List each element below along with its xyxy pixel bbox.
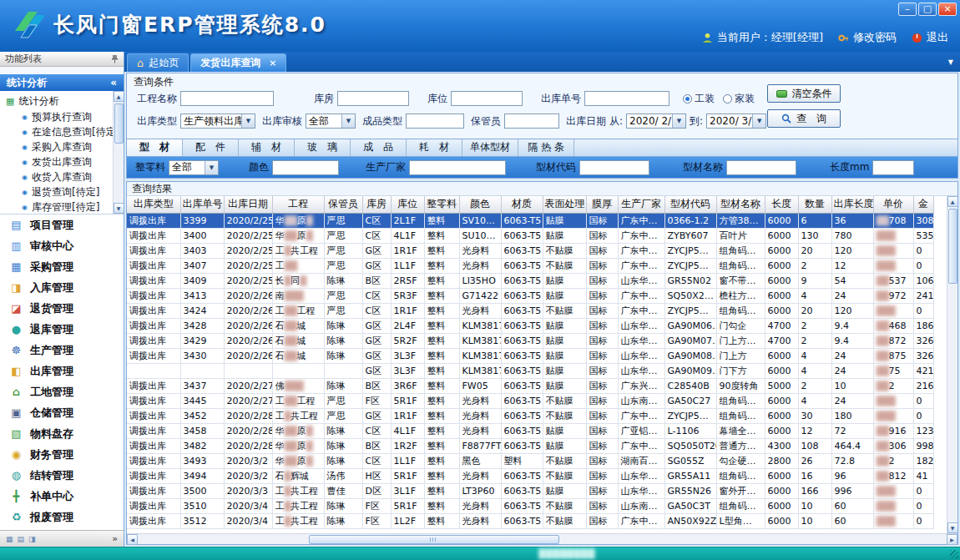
sidebar-menu-item[interactable]: ◍结转管理 (0, 465, 124, 486)
maximize-button[interactable]: ▢ (918, 3, 937, 16)
column-header[interactable]: 长度 (765, 196, 798, 213)
table-row[interactable]: 调拨出库34822020/2/28华▓▓原▓陈琳B区1R2F整料F8877FT6… (127, 438, 933, 453)
table-row[interactable]: 调拨出库34942020/3/2石▓辉城汤伟H区5R1F整料光身料6063-T5… (127, 468, 933, 483)
tree-item[interactable]: ◉采购入库查询 (0, 139, 124, 154)
pin-icon[interactable] (111, 54, 119, 63)
scroll-down-icon[interactable]: ▼ (114, 203, 124, 214)
column-header[interactable]: 出库日期 (224, 196, 272, 213)
scroll-right-icon[interactable]: ▶ (947, 534, 957, 545)
material-tab[interactable]: 配 件 (183, 139, 239, 156)
tree-scroll-thumb[interactable] (114, 103, 124, 144)
material-tab[interactable]: 隔 热 条 (518, 139, 574, 156)
length-input[interactable] (872, 160, 914, 175)
footer-icon[interactable]: ▤ (18, 535, 25, 543)
vscroll-thumb[interactable] (948, 209, 957, 284)
close-button[interactable]: × (938, 3, 957, 16)
table-row[interactable]: 调拨出库33992020/2/25华▓▓原▓严思C区2L1F整料SV10…606… (127, 213, 933, 228)
date-to-picker[interactable]: 2020/ 3/16▼ (706, 114, 766, 129)
sidebar-menu-item[interactable]: ◪退货管理 (0, 298, 124, 319)
column-header[interactable]: 颜色 (459, 196, 501, 213)
column-header[interactable]: 型材名称 (716, 196, 765, 213)
keeper-input[interactable] (504, 114, 559, 129)
table-row[interactable]: 调拨出库34242020/2/26工▓▓工程严思C区1R1F整料光身料6063-… (127, 303, 933, 318)
footer-more-icon[interactable]: » (112, 533, 118, 544)
tree-item[interactable]: ◉发货出库查询 (0, 154, 124, 169)
change-password-link[interactable]: 修改密码 (838, 30, 897, 45)
location-input[interactable] (451, 91, 523, 106)
material-tab[interactable]: 型 材 (127, 139, 183, 156)
outbound-order-input[interactable] (584, 91, 669, 106)
table-vertical-scrollbar[interactable]: ▲ ▼ (947, 196, 957, 533)
scroll-up-icon[interactable]: ▲ (947, 196, 958, 207)
sidebar-menu-item[interactable]: ⌂工地管理 (0, 381, 124, 402)
table-row[interactable]: 调拨出库35102020/3/4工▓共工程陈琳F区5R1F整料光身料6063-T… (127, 498, 933, 513)
table-row[interactable]: 调拨出库34302020/2/26石▓▓城陈琳G区3L3F整料KLM381760… (127, 348, 933, 363)
sidebar-menu-item[interactable]: ▤项目管理 (0, 214, 124, 235)
column-header[interactable]: 材质 (501, 196, 543, 213)
table-row[interactable]: 调拨出库34072020/2/25工▓▓严思G区1L1F整料光身料6063-T5… (127, 258, 933, 273)
material-tab[interactable]: 成 品 (351, 139, 407, 156)
color-input[interactable] (272, 160, 339, 175)
radio-jiazhuang[interactable] (723, 94, 732, 103)
tree-item[interactable]: ◉在途信息查询[待定] (0, 124, 124, 139)
collapse-icon[interactable]: « (110, 77, 117, 88)
tree-item[interactable]: ◉退货查询[待定] (0, 184, 124, 199)
table-row[interactable]: 调拨出库34032020/2/25工▓共工程严思G区1R1F整料光身料6063-… (127, 243, 933, 258)
table-row[interactable]: G区3L3F整料KLM38176063-T5贴膜国标山东华…GA90M09…门下… (127, 363, 933, 378)
column-header[interactable]: 工程 (272, 196, 324, 213)
table-row[interactable]: 调拨出库34582020/2/28华▓▓原▓陈琳C区4L1F整料光身料6063-… (127, 423, 933, 438)
column-header[interactable]: 单价 (873, 196, 913, 213)
column-header[interactable]: 生产厂家 (618, 196, 664, 213)
warehouse-input[interactable] (337, 91, 409, 106)
tree-root[interactable]: ▦ 统计分析 (0, 93, 124, 109)
table-horizontal-scrollbar[interactable]: ◀ ▶ (127, 533, 957, 544)
sidebar-menu-item[interactable]: ▣仓储管理 (0, 402, 124, 423)
radio-gongzhuang[interactable] (683, 94, 692, 103)
project-name-input[interactable] (180, 91, 274, 106)
audit-select[interactable]: 全部▼ (306, 114, 356, 129)
tab-list-dropdown-icon[interactable]: ▼ (948, 58, 953, 66)
sidebar-menu-item[interactable]: ▥审核中心 (0, 235, 124, 256)
product-type-input[interactable] (406, 114, 464, 129)
column-header[interactable]: 出库单号 (180, 196, 224, 213)
hscroll-thumb[interactable] (309, 535, 559, 544)
table-row[interactable]: 调拨出库34522020/2/28工▓共工程严思G区1R1F整料光身料6063-… (127, 408, 933, 423)
column-header[interactable]: 膜厚 (586, 196, 618, 213)
search-button[interactable]: 查 询 (767, 109, 841, 128)
column-header[interactable]: 整零料 (424, 196, 459, 213)
material-tab[interactable]: 单体型材 (462, 139, 518, 156)
stats-section-header[interactable]: 统计分析 « (0, 74, 124, 91)
sidebar-menu-item[interactable]: ●退库管理 (0, 319, 124, 340)
profile-name-input[interactable] (726, 160, 796, 175)
column-header[interactable]: 出库长度 (831, 196, 873, 213)
table-row[interactable]: 调拨出库34282020/2/26石▓▓城陈琳G区2L4F整料KLM381760… (127, 318, 933, 333)
tree-scrollbar[interactable]: ▲ ▼ (113, 91, 124, 214)
column-header[interactable]: 金 (913, 196, 933, 213)
sidebar-menu-item[interactable]: ☸生产管理 (0, 340, 124, 361)
table-row[interactable]: 调拨出库35002020/3/3工▓共工程曹佳D区3L1F整料LT3P60606… (127, 483, 933, 498)
table-row[interactable]: 调拨出库34002020/2/25华▓▓原▓严思C区4L1F整料SU10…606… (127, 228, 933, 243)
profile-code-input[interactable] (579, 160, 649, 175)
table-row[interactable]: 调拨出库34372020/2/27佛▓▓▓陈琳B区3R6F整料FW056063-… (127, 378, 933, 393)
sidebar-menu-item[interactable]: ◨入库管理 (0, 277, 124, 298)
sidebar-menu-item[interactable]: ◧出库管理 (0, 361, 124, 381)
column-header[interactable]: 保管员 (324, 196, 362, 213)
table-row[interactable]: 调拨出库35122020/3/4工▓共工程陈琳F区1L2F整料光身料6063-T… (127, 513, 933, 528)
sidebar-menu-item[interactable]: ▧物料盘存 (0, 423, 124, 444)
whole-part-select[interactable]: 全部▼ (169, 160, 219, 175)
column-header[interactable]: 型材代码 (664, 196, 716, 213)
sidebar-menu-item[interactable]: ▦采购管理 (0, 256, 124, 277)
material-tab[interactable]: 耗 材 (407, 139, 462, 156)
sidebar-menu-item[interactable]: ♻报废管理 (0, 507, 124, 527)
material-tab[interactable]: 辅 材 (239, 139, 295, 156)
column-header[interactable]: 库位 (391, 196, 424, 213)
tree-item[interactable]: ◉收货入库查询 (0, 169, 124, 184)
material-tab[interactable]: 玻 璃 (295, 139, 351, 156)
column-header[interactable]: 出库类型 (127, 196, 180, 213)
tab-close-icon[interactable]: × (269, 58, 276, 68)
tree-item[interactable]: ◉预算执行查询 (0, 109, 124, 124)
scroll-down-icon[interactable]: ▼ (947, 522, 958, 533)
column-header[interactable]: 表面处理 (543, 196, 586, 213)
scroll-up-icon[interactable]: ▲ (114, 91, 124, 102)
column-header[interactable]: 库房 (362, 196, 391, 213)
